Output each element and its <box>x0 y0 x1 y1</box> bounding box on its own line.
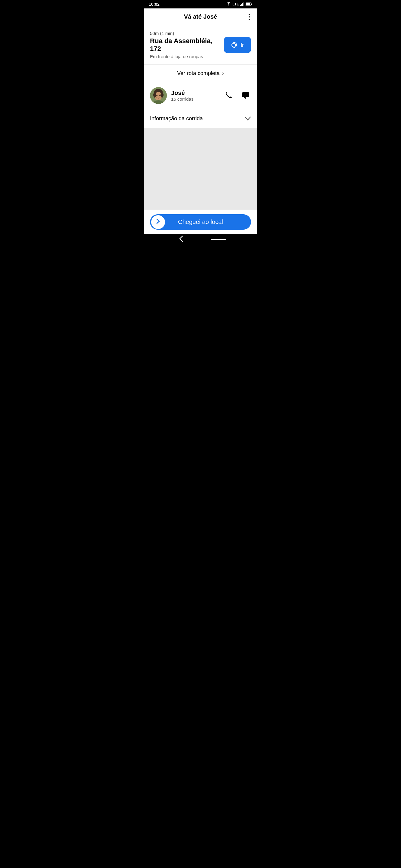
back-icon <box>179 236 183 242</box>
chevron-right-icon <box>155 218 161 224</box>
expand-icon <box>245 116 251 121</box>
wifi-icon <box>226 2 231 6</box>
route-section[interactable]: Ver rota completa › <box>144 65 257 82</box>
passenger-name: José <box>171 90 223 96</box>
phone-icon <box>225 91 233 99</box>
arrived-button[interactable]: Cheguei ao local <box>150 214 251 230</box>
go-button-label: Ir <box>240 42 244 48</box>
svg-point-14 <box>161 92 164 98</box>
trip-info-section[interactable]: Informação da corrida <box>144 109 257 128</box>
menu-dot <box>249 19 250 20</box>
bottom-nav-bar <box>144 234 257 245</box>
phone-container: 10:02 LTE <box>144 0 257 245</box>
navigation-section: 50m (1 min) Rua da Assembléia, 172 Em fr… <box>144 25 257 65</box>
battery-icon <box>246 2 252 6</box>
map-section <box>144 128 257 210</box>
svg-point-12 <box>159 95 161 96</box>
header-menu-button[interactable] <box>248 13 251 21</box>
message-icon <box>241 91 250 99</box>
signal-icon <box>240 2 245 6</box>
svg-rect-7 <box>246 3 250 5</box>
status-icons: LTE <box>226 2 252 6</box>
svg-rect-16 <box>242 92 249 97</box>
svg-point-0 <box>228 6 229 6</box>
avatar-image <box>150 87 167 104</box>
back-button[interactable] <box>175 234 187 245</box>
arrived-arrow-circle <box>151 215 165 229</box>
svg-point-13 <box>153 92 156 98</box>
call-button[interactable] <box>223 90 234 101</box>
navigate-icon <box>231 41 237 48</box>
passenger-section: José 15 corridas <box>144 82 257 109</box>
app-header: Vá até José <box>144 8 257 25</box>
arrived-arrow-icon <box>155 218 161 226</box>
svg-rect-1 <box>240 5 241 6</box>
svg-rect-4 <box>244 2 245 6</box>
message-button[interactable] <box>240 90 251 101</box>
passenger-info: José 15 corridas <box>171 90 223 101</box>
trip-info-label: Informação da corrida <box>150 116 203 122</box>
svg-point-11 <box>156 95 157 96</box>
menu-dot <box>249 16 250 18</box>
svg-marker-17 <box>244 97 246 99</box>
route-link: Ver rota completa › <box>177 70 224 76</box>
home-indicator <box>211 239 226 240</box>
passenger-rides: 15 corridas <box>171 96 223 101</box>
svg-rect-3 <box>242 3 243 6</box>
arrived-button-label: Cheguei ao local <box>156 218 245 225</box>
route-icon <box>231 41 237 48</box>
chevron-right-icon: › <box>222 70 224 76</box>
go-button[interactable]: Ir <box>224 37 251 53</box>
nav-distance: 50m (1 min) <box>150 31 219 36</box>
nav-info: 50m (1 min) Rua da Assembléia, 172 Em fr… <box>150 31 219 59</box>
header-title: Vá até José <box>184 13 217 20</box>
lte-icon: LTE <box>232 2 239 6</box>
svg-rect-6 <box>251 4 252 5</box>
status-bar: 10:02 LTE <box>144 0 257 8</box>
chevron-down-icon <box>245 115 251 122</box>
passenger-actions <box>223 90 251 101</box>
svg-rect-2 <box>241 4 242 6</box>
status-time: 10:02 <box>149 2 160 7</box>
nav-landmark: Em frente à loja de roupas <box>150 54 219 59</box>
passenger-avatar <box>150 87 167 104</box>
route-label: Ver rota completa <box>177 70 220 76</box>
bottom-section: Cheguei ao local <box>144 210 257 234</box>
nav-street: Rua da Assembléia, 172 <box>150 37 219 53</box>
menu-dot <box>249 14 250 15</box>
